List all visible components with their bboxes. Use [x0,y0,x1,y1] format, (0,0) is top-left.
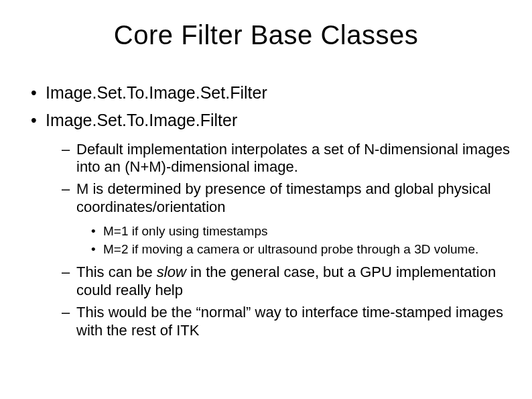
slide-title: Core Filter Base Classes [16,20,516,50]
bullet-text: Image.Set.To.Image.Set.Filter [46,83,267,102]
sub-sub-bullet-1: M=1 if only using timestamps [91,223,516,239]
sub-bullet-text: M is determined by presence of timestamp… [76,180,491,215]
sub-bullet-1: Default implementation interpolates a se… [62,141,516,177]
sub-bullet-text: Default implementation interpolates a se… [76,141,510,176]
bullet-text: Image.Set.To.Image.Filter [46,111,237,129]
top-bullet-list: Image.Set.To.Image.Set.Filter Image.Set.… [16,82,516,340]
sub-sub-bullet-text: M=1 if only using timestamps [103,224,268,238]
bullet-item-2: Image.Set.To.Image.Filter Default implem… [31,110,516,339]
sub-sub-bullet-2: M=2 if moving a camera or ultrasound pro… [91,241,516,258]
sub-sub-bullet-list: M=1 if only using timestamps M=2 if movi… [76,223,516,258]
sub-bullet-list: Default implementation interpolates a se… [46,141,516,340]
sub-bullet-text: This would be the “normal” way to interf… [76,304,503,339]
sub-bullet-3: This can be slow in the general case, bu… [62,264,516,300]
sub-bullet-2: M is determined by presence of timestamp… [62,180,516,257]
sub-sub-bullet-text: M=2 if moving a camera or ultrasound pro… [103,242,478,256]
bullet-item-1: Image.Set.To.Image.Set.Filter [31,82,516,103]
sub-bullet-text-prefix: This can be [76,264,157,280]
sub-bullet-text-italic: slow [157,264,186,280]
sub-bullet-4: This would be the “normal” way to interf… [62,304,516,340]
